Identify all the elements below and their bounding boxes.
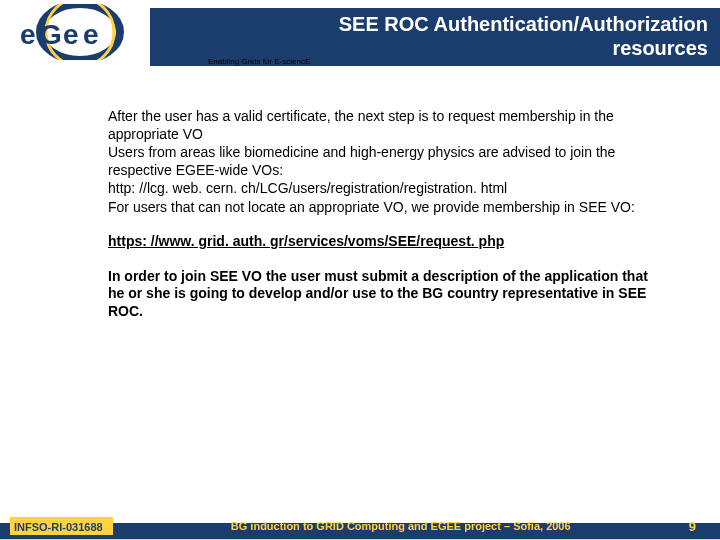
slide-footer: INFSO-RI-031688 BG induction to GRID Com…: [0, 512, 720, 540]
egee-logo: e G e e: [8, 4, 148, 60]
paragraph-instruction: In order to join SEE VO the user must su…: [108, 268, 664, 321]
see-vo-request-link-text: https: //www. grid. auth. gr/services/vo…: [108, 233, 504, 249]
slide-header: e G e e SEE ROC Authentication/Authoriza…: [0, 0, 720, 70]
footer-event-title: BG induction to GRID Computing and EGEE …: [113, 520, 689, 532]
paragraph-valid-cert: After the user has a valid certificate, …: [108, 108, 664, 143]
svg-text:e: e: [83, 19, 99, 50]
paragraph-areas-advice: Users from areas like biomedicine and hi…: [108, 144, 664, 179]
svg-text:e: e: [20, 19, 36, 50]
footer-page-number: 9: [689, 519, 710, 534]
paragraph-see-vo: For users that can not locate an appropr…: [108, 199, 664, 217]
logo-tagline: Enabling Grids for E-sciencE: [208, 57, 310, 66]
see-vo-request-link[interactable]: https: //www. grid. auth. gr/services/vo…: [108, 233, 664, 251]
registration-url: http: //lcg. web. cern. ch/LCG/users/reg…: [108, 180, 664, 198]
slide-title-line1: SEE ROC Authentication/Authorization: [162, 12, 708, 36]
svg-text:G: G: [40, 19, 62, 50]
svg-text:e: e: [63, 19, 79, 50]
footer-ref-number: INFSO-RI-031688: [10, 517, 113, 535]
slide-content: After the user has a valid certificate, …: [108, 108, 664, 321]
